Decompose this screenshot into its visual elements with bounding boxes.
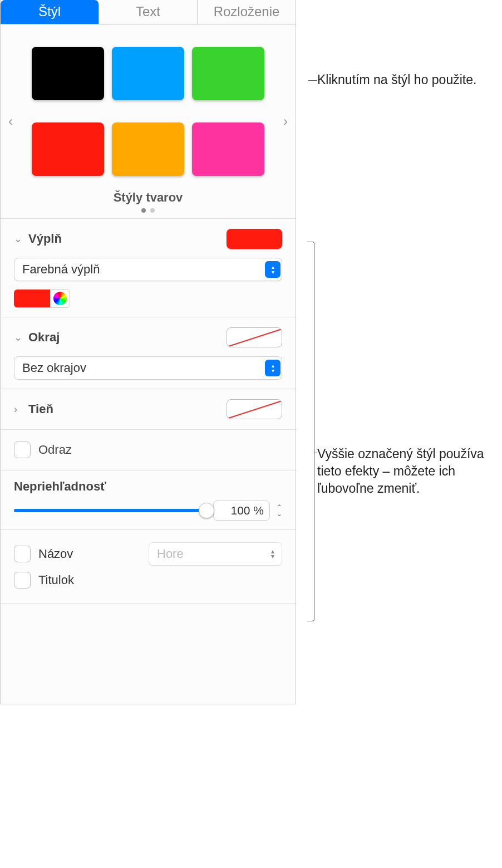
shape-styles-area: ‹ › Štýly tvarov xyxy=(1,24,296,218)
opacity-value: 100 % xyxy=(230,504,264,517)
help-callouts: Kliknutím na štýl ho použite. Vyššie ozn… xyxy=(296,0,502,704)
style-swatch-orange[interactable] xyxy=(112,122,184,176)
page-dot-1[interactable] xyxy=(141,208,146,213)
shadow-section: › Tieň xyxy=(1,389,296,429)
chevron-down-icon[interactable]: ⌄ xyxy=(14,233,25,245)
opacity-label: Nepriehľadnosť xyxy=(14,479,282,494)
reflection-label: Odraz xyxy=(38,443,72,457)
color-wheel-icon xyxy=(53,292,67,305)
style-swatch-green[interactable] xyxy=(192,47,264,100)
page-dot-2[interactable] xyxy=(150,208,155,213)
format-inspector-panel: Štýl Text Rozloženie ‹ › Štýly tvarov xyxy=(0,0,296,704)
fill-color-picker[interactable] xyxy=(50,289,70,308)
shape-styles-label: Štýly tvarov xyxy=(7,190,289,205)
styles-page-dots xyxy=(7,208,289,213)
popup-arrows-icon: ▴▾ xyxy=(265,360,280,376)
style-swatch-black[interactable] xyxy=(32,47,104,100)
border-header: Okraj xyxy=(28,330,60,345)
fill-type-value: Farebná výplň xyxy=(22,262,100,277)
tab-style[interactable]: Štýl xyxy=(1,0,99,24)
fill-header: Výplň xyxy=(28,232,62,246)
opacity-stepper[interactable]: ⌃ ⌄ xyxy=(277,504,282,517)
callout-apply-style: Kliknutím na štýl ho použite. xyxy=(317,71,476,89)
popup-arrows-icon: ▴▾ xyxy=(265,261,280,278)
slider-thumb[interactable] xyxy=(199,503,214,518)
style-swatch-pink[interactable] xyxy=(192,122,264,176)
style-swatch-blue[interactable] xyxy=(112,47,184,100)
fill-type-popup[interactable]: Farebná výplň ▴▾ xyxy=(14,258,282,281)
opacity-value-field[interactable]: 100 % xyxy=(213,501,270,521)
style-swatch-red[interactable] xyxy=(32,122,104,176)
chevron-right-icon[interactable]: › xyxy=(14,404,25,415)
chevron-down-icon[interactable]: ⌄ xyxy=(14,331,25,344)
title-position-popup[interactable]: Hore ▴▾ xyxy=(149,542,282,566)
shadow-preview-well[interactable] xyxy=(227,399,282,419)
tab-text[interactable]: Text xyxy=(99,0,198,24)
reflection-checkbox[interactable] xyxy=(14,442,31,458)
title-caption-section: Názov Hore ▴▾ Titulok xyxy=(1,529,296,604)
stepper-down-icon[interactable]: ⌄ xyxy=(277,511,282,517)
styles-prev-icon[interactable]: ‹ xyxy=(4,114,17,129)
tab-layout[interactable]: Rozloženie xyxy=(198,0,296,24)
fill-preset-color[interactable] xyxy=(14,290,51,307)
callout-effects: Vyššie označený štýl používa tieto efekt… xyxy=(317,445,501,497)
opacity-slider[interactable] xyxy=(14,509,206,512)
shadow-header: Tieň xyxy=(28,402,53,416)
opacity-section: Nepriehľadnosť 100 % ⌃ ⌄ xyxy=(1,470,296,529)
caption-checkbox[interactable] xyxy=(14,572,31,589)
title-position-value: Hore xyxy=(157,547,184,561)
reflection-section: Odraz xyxy=(1,429,296,470)
styles-next-icon[interactable]: › xyxy=(279,114,292,129)
popup-arrows-icon: ▴▾ xyxy=(265,546,280,562)
border-type-popup[interactable]: Bez okrajov ▴▾ xyxy=(14,356,282,380)
caption-label: Titulok xyxy=(38,573,74,587)
fill-color-well[interactable] xyxy=(227,229,282,249)
border-preview-well[interactable] xyxy=(227,327,282,347)
title-label: Názov xyxy=(38,547,73,561)
border-section: ⌄ Okraj Bez okrajov ▴▾ xyxy=(1,317,296,389)
inspector-tabs: Štýl Text Rozloženie xyxy=(1,0,296,24)
border-type-value: Bez okrajov xyxy=(22,361,86,375)
fill-section: ⌄ Výplň Farebná výplň ▴▾ xyxy=(1,218,296,317)
title-checkbox[interactable] xyxy=(14,546,31,562)
panel-footer-space xyxy=(1,604,296,704)
